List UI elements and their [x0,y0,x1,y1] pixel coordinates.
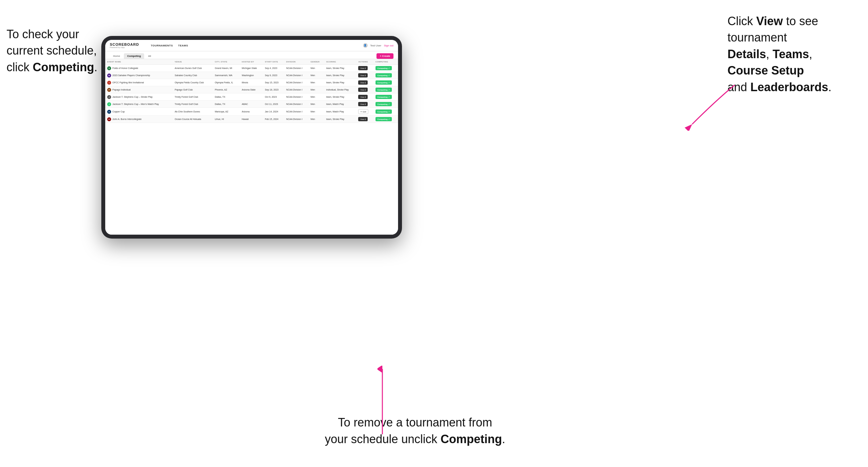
nav-links: TOURNAMENTS TEAMS [151,44,188,47]
cell-city: Lihue, HI [213,116,240,123]
cell-gender: Men [309,79,324,86]
team-logo: J [107,102,111,106]
tablet-frame: SCOREBOARD Powered by clipp TOURNAMENTS … [101,36,402,239]
table-row: J Jackson T. Stephens Cup – Men's Match … [105,101,398,108]
edit-button[interactable]: ✏ Edit [358,109,368,114]
cell-venue: Olympia Fields Country Club [173,79,213,86]
cell-actions: View ℹ [356,72,373,79]
table-row: I OFCC Fighting Illini Invitational Olym… [105,79,398,86]
cell-city: Dallas, TX [213,93,240,101]
cell-competing: Competing ✓ [374,65,398,72]
nav-teams[interactable]: TEAMS [178,44,188,47]
logo-subtitle: Powered by clipp [110,46,139,49]
cell-event-name: W 2023 Sahalee Players Championship [105,72,173,79]
cell-gender: Men [309,101,324,108]
cell-start: Oct 11, 2023 [263,101,284,108]
cell-hosted: Arizona State [240,86,263,93]
cell-venue: Ocean Course At Hokuala [173,116,213,123]
competing-badge[interactable]: Competing ✓ [375,73,392,77]
competing-badge[interactable]: Competing ✓ [375,66,392,70]
cell-division: NCAA Division I [284,101,309,108]
cell-event-name: J Jackson T. Stephens Cup – Men's Match … [105,101,173,108]
cell-competing: Competing ✓ [374,116,398,123]
view-button[interactable]: View ℹ [358,95,368,99]
cell-division: NCAA Division I [284,79,309,86]
cell-division: NCAA Division I [284,93,309,101]
cell-city: Maricopa, AZ [213,108,240,116]
col-city: CITY, STATE [213,59,240,65]
cell-actions: View ℹ [356,65,373,72]
annotation-bottom: To remove a tournament from your schedul… [268,414,562,447]
user-label: Test User [370,44,381,47]
cell-hosted: Washington [240,72,263,79]
cell-actions: View ℹ [356,116,373,123]
app-header: SCOREBOARD Powered by clipp TOURNAMENTS … [105,40,398,51]
view-button[interactable]: View ℹ [358,73,368,77]
cell-scoring: team, Stroke Play [324,72,356,79]
view-button[interactable]: View ℹ [358,102,368,106]
view-button[interactable]: View ℹ [358,81,368,85]
cell-start: Feb 15, 2024 [263,116,284,123]
competing-badge[interactable]: Competing ✓ [375,102,392,106]
view-button[interactable]: View ℹ [358,117,368,121]
team-logo: S [107,66,111,70]
cell-gender: Men [309,72,324,79]
cell-division: NCAA Division I [284,108,309,116]
tablet-screen: SCOREBOARD Powered by clipp TOURNAMENTS … [105,40,398,235]
event-name: Copper Cup [113,111,125,113]
cell-actions: View ℹ [356,79,373,86]
view-button[interactable]: View ℹ [358,88,368,92]
table-row: H John A. Burns Intercollegiate Ocean Co… [105,116,398,123]
annotation-top-right: Click View to see tournament Details, Te… [727,13,865,95]
competing-badge[interactable]: Competing ✓ [375,117,392,121]
cell-event-name: I OFCC Fighting Illini Invitational [105,79,173,86]
cell-scoring: team, Stroke Play [324,65,356,72]
cell-hosted: Arizona [240,108,263,116]
col-hosted: HOSTED BY [240,59,263,65]
competing-badge[interactable]: Competing ✓ [375,110,392,114]
event-name: OFCC Fighting Illini Invitational [113,82,144,84]
col-division: DIVISION [284,59,309,65]
cell-start: Jan 14, 2024 [263,108,284,116]
cell-competing: Competing ✓ [374,101,398,108]
cell-city: Sammamish, WA [213,72,240,79]
competing-badge[interactable]: Competing ✓ [375,81,392,85]
user-icon: 👤 [363,43,368,48]
col-gender: GENDER [309,59,324,65]
team-logo: H [107,117,111,121]
cell-venue: Papago Golf Club [173,86,213,93]
cell-scoring: team, Stroke Play [324,79,356,86]
tournaments-table: EVENT NAME VENUE CITY, STATE HOSTED BY S… [105,59,398,123]
cell-city: Grand Haven, MI [213,65,240,72]
col-event-name: EVENT NAME [105,59,173,65]
tab-competing[interactable]: Competing [124,53,144,59]
cell-venue: Ak-Chin Southern Dunes [173,108,213,116]
team-logo: A [107,110,111,114]
cell-event-name: J Jackson T. Stephens Cup – Stroke Play [105,93,173,101]
competing-badge[interactable]: Competing ✓ [375,95,392,99]
cell-hosted: ABAC [240,101,263,108]
nav-tournaments[interactable]: TOURNAMENTS [151,44,173,47]
table-row: P Papago Individual Papago Golf Club Pho… [105,86,398,93]
cell-actions: ✏ Edit [356,108,373,116]
cell-hosted: Michigan State [240,65,263,72]
cell-venue: American Dunes Golf Club [173,65,213,72]
cell-scoring: individual, Stroke Play [324,86,356,93]
cell-division: NCAA Division I [284,86,309,93]
tabs: Home Competing All [110,53,154,59]
cell-scoring: team, Match Play [324,101,356,108]
tab-home[interactable]: Home [110,53,123,59]
competing-badge[interactable]: Competing ✓ [375,88,392,92]
team-logo: J [107,95,111,99]
col-venue: VENUE [173,59,213,65]
cell-city: Olympia Fields, IL [213,79,240,86]
cell-event-name: H John A. Burns Intercollegiate [105,116,173,123]
cell-event-name: P Papago Individual [105,86,173,93]
tab-all[interactable]: All [145,53,154,59]
create-button[interactable]: + Create [376,53,394,59]
cell-start: Sep 4, 2023 [263,65,284,72]
view-button[interactable]: View ℹ [358,66,368,70]
signout-link[interactable]: Sign out [384,44,394,47]
event-name: Jackson T. Stephens Cup – Stroke Play [113,96,153,98]
cell-competing: Competing ✓ [374,93,398,101]
